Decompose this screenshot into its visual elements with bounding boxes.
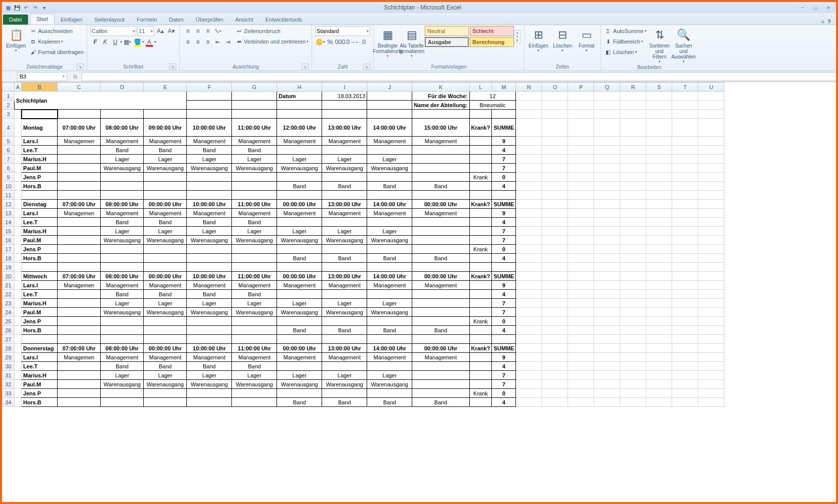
cell[interactable] [232, 335, 277, 344]
cell[interactable]: Management [277, 137, 322, 146]
cell[interactable]: Warenausgang [101, 380, 144, 389]
cell[interactable] [322, 362, 367, 371]
row-header-31[interactable]: 31 [3, 371, 15, 380]
cell[interactable]: Management [187, 281, 232, 290]
cell[interactable] [58, 371, 101, 380]
col-header-Q[interactable]: Q [594, 83, 620, 92]
help-icon[interactable]: ? [827, 19, 831, 25]
cell[interactable]: Warenausgang [232, 380, 277, 389]
close-button[interactable]: × [823, 5, 834, 11]
cell[interactable]: Band [187, 218, 232, 227]
cell[interactable] [144, 245, 187, 254]
cell[interactable] [58, 173, 101, 182]
minimize-ribbon-icon[interactable]: ▵ [821, 18, 824, 25]
cell-selected[interactable] [22, 110, 58, 119]
cell[interactable] [58, 164, 101, 173]
cell[interactable]: 7 [492, 227, 516, 236]
cell[interactable] [492, 335, 516, 344]
cell[interactable]: Lager [322, 227, 367, 236]
cell[interactable]: 10:00:00 Uhr [187, 119, 232, 137]
cell[interactable] [58, 308, 101, 317]
cell[interactable]: 9 [492, 353, 516, 362]
cell[interactable] [412, 218, 469, 227]
cell[interactable] [58, 290, 101, 299]
cell[interactable] [277, 146, 322, 155]
find-select-button[interactable]: 🔍Suchen und Auswählen▾ [673, 26, 695, 64]
cell[interactable]: Lager [144, 227, 187, 236]
cell[interactable] [412, 263, 469, 272]
cell[interactable]: Warenausgang [187, 236, 232, 245]
cell[interactable]: Management [101, 137, 144, 146]
cell[interactable] [469, 164, 492, 173]
font-size-select[interactable]: 11▾ [137, 26, 154, 36]
fill-button[interactable]: ⬇Füllbereich▾ [604, 37, 647, 47]
cell[interactable] [412, 335, 469, 344]
indent-decrease-icon[interactable]: ⇤ [213, 37, 223, 47]
cell[interactable] [469, 326, 492, 335]
cell[interactable]: Für die Woche: [412, 92, 469, 101]
cell[interactable]: Management [322, 137, 367, 146]
cell[interactable]: Lager [322, 299, 367, 308]
cell[interactable]: Band [144, 362, 187, 371]
cell[interactable]: Management [412, 281, 469, 290]
cell[interactable] [22, 263, 58, 272]
grow-font-icon[interactable]: A▴ [155, 26, 165, 36]
cell[interactable] [232, 101, 277, 110]
col-header-T[interactable]: T [672, 83, 698, 92]
cell[interactable] [469, 227, 492, 236]
cell[interactable]: Hors.B [22, 326, 58, 335]
cell[interactable]: Datum [277, 92, 322, 101]
cell[interactable] [412, 245, 469, 254]
cell[interactable] [58, 254, 101, 263]
cell[interactable] [58, 227, 101, 236]
cell[interactable]: 08:00:00 Uhr [101, 200, 144, 209]
cell[interactable]: Management [101, 281, 144, 290]
cell[interactable]: Band [322, 398, 367, 407]
cell[interactable]: Band [232, 218, 277, 227]
cell[interactable]: Warenausgang [367, 380, 412, 389]
cell[interactable]: Band [187, 146, 232, 155]
cell[interactable] [232, 389, 277, 398]
cell[interactable] [58, 191, 101, 200]
cell[interactable]: Krank? [469, 200, 492, 209]
cell[interactable] [367, 290, 412, 299]
cell[interactable]: 00:00:00 Uhr [277, 344, 322, 353]
cell[interactable] [469, 335, 492, 344]
cell[interactable]: Management [412, 353, 469, 362]
cell[interactable]: 0 [492, 173, 516, 182]
style-schlecht[interactable]: Schlecht [470, 26, 514, 36]
cell[interactable]: SUMME [492, 200, 516, 209]
cell[interactable] [322, 245, 367, 254]
cell[interactable]: Managemen [58, 209, 101, 218]
cell[interactable] [322, 173, 367, 182]
cell[interactable]: 08:00:00 Uhr [101, 272, 144, 281]
cell[interactable] [367, 110, 412, 119]
cell[interactable] [322, 146, 367, 155]
cell[interactable] [469, 236, 492, 245]
col-header-J[interactable]: J [367, 83, 412, 92]
cell[interactable]: Warenausgang [101, 164, 144, 173]
row-header-30[interactable]: 30 [3, 362, 15, 371]
cell[interactable] [367, 191, 412, 200]
cell[interactable]: Management [101, 353, 144, 362]
cell[interactable]: 00:00:00 Uhr [144, 272, 187, 281]
style-neutral[interactable]: Neutral [425, 26, 469, 36]
cell[interactable]: Band [144, 146, 187, 155]
cell[interactable] [469, 182, 492, 191]
number-dialog-icon[interactable]: ↘ [363, 64, 370, 70]
font-color-button[interactable]: A [144, 37, 154, 47]
row-header-18[interactable]: 18 [3, 254, 15, 263]
cell[interactable] [101, 245, 144, 254]
row-header-2[interactable]: 2 [3, 101, 15, 110]
col-header-M[interactable]: M [492, 83, 516, 92]
fx-icon[interactable]: fx [73, 74, 78, 80]
row-header-23[interactable]: 23 [3, 299, 15, 308]
cell[interactable]: 07:00:00 Uhr [58, 344, 101, 353]
cell[interactable]: Warenausgang [101, 308, 144, 317]
currency-icon[interactable]: 🪙▾ [315, 37, 325, 47]
orientation-icon[interactable]: ⤡▾ [213, 26, 223, 36]
row-header-1[interactable]: 1 [3, 92, 15, 101]
cell[interactable]: 10:00:00 Uhr [187, 200, 232, 209]
cell[interactable] [101, 191, 144, 200]
cell[interactable] [144, 254, 187, 263]
